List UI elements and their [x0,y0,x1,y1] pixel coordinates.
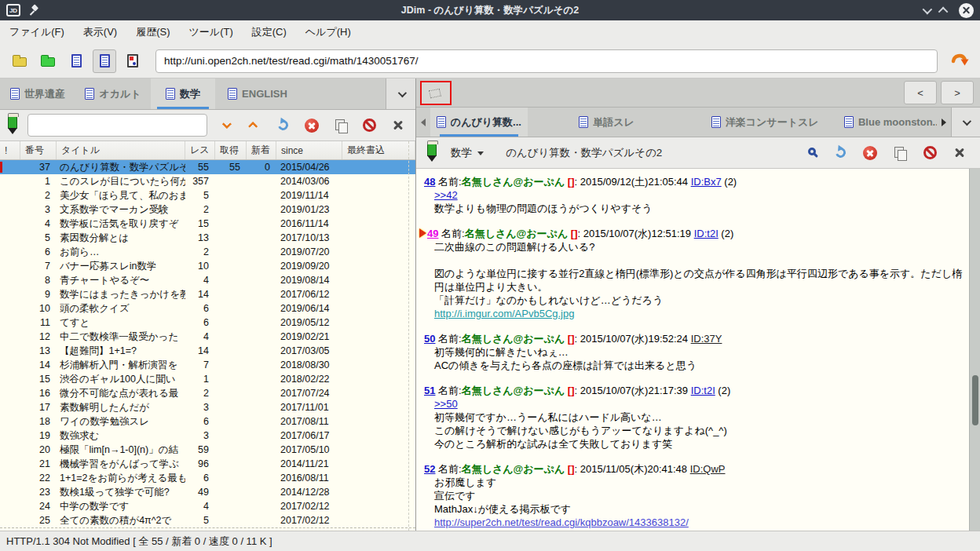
reply-anchor-link[interactable]: >>42 [434,189,458,201]
menu-settings[interactable]: 設定(C) [252,25,287,39]
post-id-link[interactable]: ID:37Y [691,333,722,345]
thread-tab-list-button[interactable] [951,108,980,137]
thread-list-row[interactable]: 24中学の数学です42017/02/12 [0,499,415,513]
board-tab-list-button[interactable] [386,78,415,109]
url-link[interactable]: http://i.imgur.com/APvb5Cg.jpg [434,308,574,319]
col-since[interactable]: since [276,141,342,159]
post-number-link[interactable]: 50 [424,333,435,345]
menu-file[interactable]: ファイル(F) [9,25,64,39]
thread-list-row[interactable]: 20極限「lim[n→1-0](n)」の結592017/05/10 [0,443,415,457]
favorites-button[interactable] [36,49,60,73]
image-thumbnail-tab[interactable] [420,81,452,105]
thread-list-row[interactable]: 17素数解明したんだが32017/11/01 [0,400,415,414]
thread-list-row[interactable]: 16微分不可能な点が表れる最22017/07/24 [0,386,415,400]
post-number-link[interactable]: 49 [427,228,438,239]
url-input[interactable] [155,49,938,73]
maximize-button[interactable] [938,6,949,16]
board-view-button[interactable] [64,49,88,73]
reply-anchor-link[interactable]: >>50 [434,398,458,410]
thread-list-row[interactable]: 19数強求む32017/06/17 [0,429,415,443]
thread-list-row[interactable]: 25全ての素数の積が4π^2で52017/02/12 [0,513,415,527]
minimize-button[interactable] [923,4,933,14]
board-tab-math[interactable]: 数学 [151,78,215,109]
post-id-link[interactable]: ID:QwP [690,463,726,475]
tabs-scroll-left-button[interactable] [416,108,430,137]
col-res[interactable]: レス [185,141,215,159]
post-id-link[interactable]: ID:Bx7 [691,176,722,188]
thread-view-button[interactable] [93,49,116,73]
board-copy-button[interactable] [330,115,352,137]
post-number-link[interactable]: 51 [424,385,435,396]
post-id-link[interactable]: ID:t2I [694,228,719,239]
search-up-button[interactable] [243,115,265,137]
board-close-button[interactable] [387,115,409,137]
open-url-button[interactable] [949,49,972,73]
post-number-link[interactable]: 52 [424,463,435,475]
post-id-link[interactable]: ID:t2I [691,385,715,396]
thread-copy-button[interactable] [889,142,911,164]
menu-help[interactable]: ヘルプ(H) [305,25,351,39]
thread-list-row[interactable]: 3文系数学でマーカン受験22019/01/23 [0,203,415,217]
thread-stop-button[interactable] [859,142,881,164]
board-select[interactable]: 数学 [448,146,487,160]
thread-list-row[interactable]: 10頭の柔軟クイズ62019/06/14 [0,301,415,316]
post-number-link[interactable]: 48 [424,176,435,188]
image-prev-button[interactable]: < [904,81,937,104]
thread-close-button[interactable] [949,142,971,164]
thread-tab-bluemoonstone[interactable]: Blue moonston... [844,108,937,137]
search-down-button[interactable] [214,115,236,137]
menu-history[interactable]: 履歴(S) [136,25,170,39]
thread-list-row[interactable]: 7バナー応募スレin数学102019/09/20 [0,259,415,273]
boardlist-button[interactable] [8,49,31,73]
write-pencil-icon[interactable] [8,116,17,129]
pin-icon[interactable] [28,4,39,16]
col-title[interactable]: タイトル [57,141,185,159]
board-tab-occult[interactable]: オカルト [75,78,151,109]
image-view-button[interactable] [121,49,144,73]
thread-tab-yougaku[interactable]: 洋楽コンサートスレ [686,108,845,137]
thread-scrollbar[interactable] [969,169,980,531]
doc-icon [579,116,588,128]
thread-list-row[interactable]: 11てすと62019/05/12 [0,316,415,330]
thread-abone-button[interactable] [919,142,941,164]
board-tab-sekaiisan[interactable]: 世界遺産 [0,78,75,109]
col-lastwrite[interactable]: 最終書込 [342,141,415,159]
menu-tools[interactable]: ツール(T) [189,25,233,39]
thread-list-row[interactable]: 18ワイの数学勉強スレ62017/08/11 [0,414,415,429]
url-link[interactable]: http://super2ch.net/test/read.cgi/kqbbzo… [434,516,689,528]
board-tab-english[interactable]: ENGLISH [215,78,300,109]
thread-list-row[interactable]: 14杉浦解析入門・解析演習を72018/08/30 [0,358,415,372]
col-mark[interactable]: ! [0,141,20,159]
menu-view[interactable]: 表示(V) [83,25,117,39]
board-reload-button[interactable] [272,115,294,137]
thread-list-row[interactable]: 6お前ら…22019/07/20 [0,245,415,259]
col-number[interactable]: 番号 [20,141,57,159]
thread-list-row[interactable]: 12中二で数検準一級受かった42019/02/21 [0,330,415,344]
close-window-button[interactable] [959,3,974,18]
thread-reload-button[interactable] [829,142,851,164]
thread-list-row[interactable]: 2美少女「ほら見て、私のおま52019/11/14 [0,188,415,203]
tabs-scroll-right-button[interactable] [937,108,951,137]
board-stop-button[interactable] [301,115,323,137]
thread-list-row[interactable]: 8青チャートやるぞ〜42019/08/14 [0,273,415,287]
thread-list-row[interactable]: 5素因数分解とは132017/10/13 [0,231,415,245]
thread-list-row[interactable]: 9数学にはまったきっかけを教142017/06/12 [0,287,415,301]
thread-list-row[interactable]: 221+1=2をお前らが考える最も62016/08/11 [0,471,415,485]
thread-tab-current[interactable]: のんびり算数... [430,108,528,137]
scrollbar-thumb[interactable] [972,375,978,426]
thread-list-row[interactable]: 1このスレが目についたら何か3572014/03/06 [0,174,415,188]
thread-list-row[interactable]: 37のんびり算数・数学パズルその2555502015/04/26 [0,160,415,174]
thread-list-row[interactable]: 4数学板に活気を取り戻すぞ152016/11/14 [0,217,415,231]
image-next-button[interactable]: > [941,81,974,104]
thread-list-row[interactable]: 23数検1級って独学で可能?492014/12/28 [0,485,415,499]
board-search-input[interactable] [27,114,207,137]
thread-list-row[interactable]: 13【超難問】1+1=?142017/03/05 [0,344,415,358]
thread-search-button[interactable] [799,142,821,164]
thread-list-row[interactable]: 21機械学習をがんばって学ぶ962014/11/21 [0,457,415,471]
thread-tab-tango[interactable]: 単語スレ [528,108,686,137]
col-got[interactable]: 取得 [215,141,247,159]
col-new[interactable]: 新着 [247,141,276,159]
board-abone-button[interactable] [359,115,381,137]
write-pencil-icon[interactable] [427,144,437,156]
thread-list-row[interactable]: 15渋谷のギャル100人に聞い12018/02/22 [0,372,415,386]
